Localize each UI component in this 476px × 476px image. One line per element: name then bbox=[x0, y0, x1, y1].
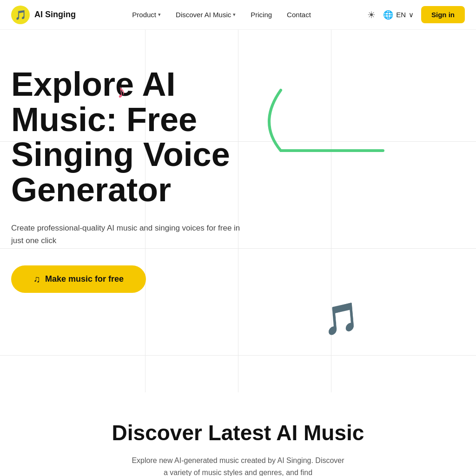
hero-content: Explore AI Music: Free Singing Voice Gen… bbox=[11, 67, 271, 293]
green-curve-decoration bbox=[253, 86, 392, 178]
discover-title: Discover Latest AI Music bbox=[11, 420, 465, 445]
nav-right: ☀ 🌐 EN ∨ Sign in bbox=[367, 6, 465, 23]
nav-discover-ai-music[interactable]: Discover AI Music ▾ bbox=[176, 11, 236, 19]
discover-section: Discover Latest AI Music Explore new AI-… bbox=[0, 392, 476, 476]
signin-button[interactable]: Sign in bbox=[421, 6, 465, 23]
nav-links: Product ▾ Discover AI Music ▾ Pricing Co… bbox=[132, 11, 311, 19]
globe-icon: 🌐 bbox=[383, 10, 393, 20]
hero-section: ♪ 🎵 Explore AI Music: Free Singing Voice… bbox=[0, 30, 476, 392]
hero-subtitle: Create professional-quality AI music and… bbox=[11, 222, 244, 247]
chevron-down-icon: ∨ bbox=[409, 11, 414, 19]
chevron-down-icon: ▾ bbox=[233, 12, 236, 18]
make-music-cta-button[interactable]: ♫ Make music for free bbox=[11, 265, 146, 293]
nav-product[interactable]: Product ▾ bbox=[132, 11, 161, 19]
navbar: 🎵 AI Singing Product ▾ Discover AI Music… bbox=[0, 0, 476, 30]
language-selector-button[interactable]: 🌐 EN ∨ bbox=[383, 10, 414, 20]
logo-icon: 🎵 bbox=[11, 6, 30, 24]
theme-toggle-button[interactable]: ☀ bbox=[367, 9, 376, 20]
logo-link[interactable]: 🎵 AI Singing bbox=[11, 6, 76, 24]
nav-contact[interactable]: Contact bbox=[287, 11, 311, 19]
blue-notes-decoration: 🎵 bbox=[321, 300, 361, 338]
music-note-icon: ♫ bbox=[33, 274, 40, 284]
discover-subtitle: Explore new AI-generated music created b… bbox=[131, 455, 345, 476]
chevron-down-icon: ▾ bbox=[158, 12, 161, 18]
nav-pricing[interactable]: Pricing bbox=[251, 11, 272, 19]
sun-icon: ☀ bbox=[367, 9, 376, 20]
logo-text: AI Singing bbox=[34, 10, 76, 20]
hero-title: Explore AI Music: Free Singing Voice Gen… bbox=[11, 67, 271, 207]
